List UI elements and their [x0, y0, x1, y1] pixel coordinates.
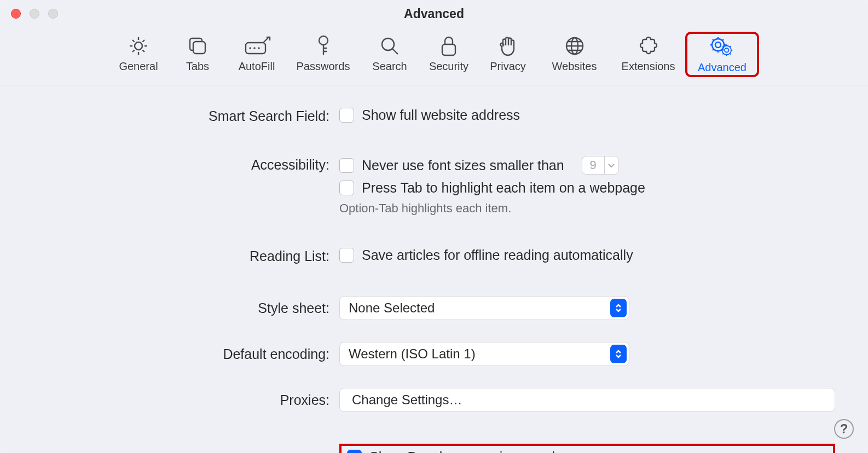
show-develop-label: Show Develop menu in menu bar — [369, 449, 572, 453]
reading-list-label: Reading List: — [33, 247, 339, 264]
gears-icon — [709, 35, 736, 59]
press-tab-label: Press Tab to highlight each item on a we… — [362, 180, 645, 196]
svg-point-0 — [135, 42, 142, 50]
style-sheet-label: Style sheet: — [33, 296, 339, 316]
min-font-value[interactable] — [582, 156, 604, 174]
accessibility-label: Accessibility: — [33, 156, 339, 173]
preferences-toolbar: General Tabs AutoFill Passwords Search — [0, 24, 868, 85]
style-sheet-value: None Selected — [349, 300, 435, 316]
tab-tabs[interactable]: Tabs — [168, 32, 227, 77]
window-title: Advanced — [0, 7, 868, 21]
window-controls — [11, 9, 58, 19]
tab-websites[interactable]: Websites — [537, 32, 611, 77]
svg-point-6 — [319, 36, 328, 45]
tab-label: Privacy — [490, 60, 526, 73]
default-encoding-select[interactable]: Western (ISO Latin 1) — [339, 342, 629, 366]
press-tab-checkbox[interactable] — [339, 181, 354, 195]
change-settings-button[interactable]: Change Settings… — [339, 388, 835, 412]
globe-icon — [564, 34, 586, 58]
svg-point-13 — [725, 48, 729, 53]
hand-icon — [498, 34, 518, 58]
lock-icon — [439, 34, 458, 58]
save-offline-label: Save articles for offline reading automa… — [362, 247, 633, 263]
key-icon — [316, 34, 331, 58]
default-encoding-label: Default encoding: — [33, 342, 339, 362]
tab-general[interactable]: General — [109, 32, 168, 77]
min-font-checkbox[interactable] — [339, 158, 354, 173]
show-develop-checkbox[interactable] — [347, 450, 362, 453]
chevron-down-icon[interactable] — [604, 156, 618, 174]
tab-label: Passwords — [297, 60, 350, 73]
show-full-address-label: Show full website address — [362, 107, 520, 123]
svg-point-5 — [258, 47, 260, 49]
proxies-label: Proxies: — [33, 388, 339, 408]
svg-point-7 — [382, 38, 394, 50]
min-font-label: Never use font sizes smaller than — [362, 158, 564, 173]
min-font-stepper[interactable] — [582, 156, 619, 175]
tab-label: Tabs — [186, 60, 209, 73]
default-encoding-value: Western (ISO Latin 1) — [349, 346, 476, 362]
titlebar: Advanced — [0, 0, 868, 24]
puzzle-icon — [637, 34, 660, 58]
style-sheet-select[interactable]: None Selected — [339, 296, 629, 320]
tab-label: Extensions — [622, 60, 675, 73]
zoom-window-button[interactable] — [48, 9, 58, 19]
tab-privacy[interactable]: Privacy — [478, 32, 537, 77]
gear-icon — [128, 34, 149, 58]
svg-point-3 — [249, 47, 251, 49]
help-label: ? — [840, 421, 848, 437]
tab-label: AutoFill — [239, 60, 275, 73]
svg-point-11 — [715, 42, 721, 48]
minimize-window-button[interactable] — [30, 9, 39, 19]
svg-rect-2 — [246, 43, 265, 54]
tab-label: Websites — [552, 60, 597, 73]
tab-search[interactable]: Search — [360, 32, 419, 77]
show-full-address-checkbox[interactable] — [339, 108, 354, 123]
autofill-icon — [242, 34, 271, 58]
help-button[interactable]: ? — [834, 419, 854, 439]
select-arrows-icon — [610, 345, 627, 363]
search-icon — [379, 34, 401, 58]
preferences-window: Advanced General Tabs AutoFill Passwords — [0, 0, 868, 453]
tab-autofill[interactable]: AutoFill — [227, 32, 286, 77]
tab-label: General — [119, 60, 158, 73]
tab-extensions[interactable]: Extensions — [611, 32, 685, 77]
select-arrows-icon — [610, 299, 627, 317]
develop-menu-highlight: Show Develop menu in menu bar — [339, 444, 835, 453]
tab-label: Search — [372, 60, 407, 73]
tab-advanced[interactable]: Advanced — [685, 32, 759, 77]
tabs-icon — [187, 34, 209, 58]
change-settings-label: Change Settings… — [352, 392, 462, 408]
tab-label: Advanced — [698, 61, 747, 74]
option-tab-hint: Option-Tab highlights each item. — [339, 201, 835, 216]
smart-search-label: Smart Search Field: — [33, 107, 339, 124]
svg-rect-1 — [193, 42, 205, 54]
svg-rect-8 — [442, 44, 455, 55]
save-offline-checkbox[interactable] — [339, 248, 354, 263]
close-window-button[interactable] — [11, 9, 21, 19]
svg-point-4 — [253, 47, 256, 49]
tab-security[interactable]: Security — [419, 32, 478, 77]
tab-label: Security — [429, 60, 468, 73]
tab-passwords[interactable]: Passwords — [286, 32, 360, 77]
advanced-pane: Smart Search Field: Show full website ad… — [0, 85, 868, 453]
